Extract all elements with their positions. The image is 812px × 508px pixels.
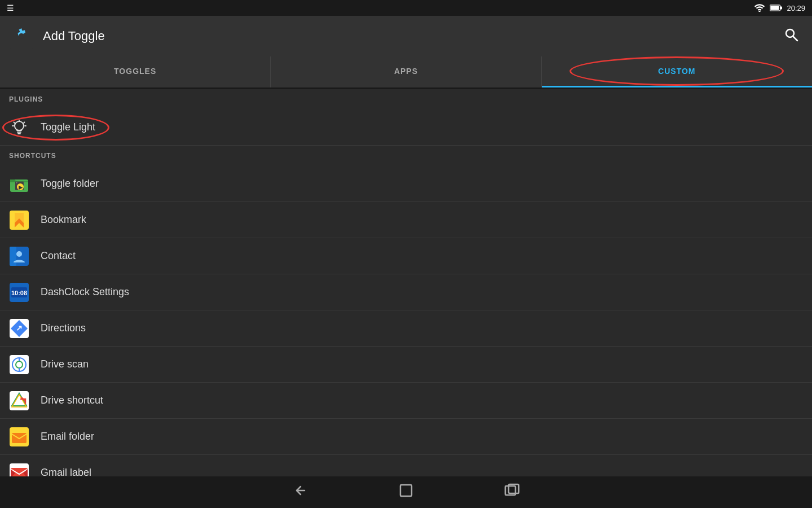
list-item-toggle-folder[interactable]: ⬛ ▶ Toggle folder — [0, 166, 812, 202]
svg-point-6 — [786, 29, 794, 37]
content-area: PLUGINS Toggle Light SHORTCUTS ⬛ — [0, 89, 812, 476]
list-item-directions[interactable]: ↗ Directions — [0, 310, 812, 347]
list-item-email-folder[interactable]: Email folder — [0, 419, 812, 455]
svg-point-18 — [16, 251, 22, 257]
bottom-nav — [0, 476, 812, 508]
section-header-shortcuts: SHORTCUTS — [0, 146, 812, 166]
list-item-dashclock[interactable]: 10:08 DashClock Settings — [0, 274, 812, 310]
svg-rect-17 — [10, 247, 16, 266]
bulb-icon — [9, 117, 29, 138]
list-item-drive-scan[interactable]: Drive scan — [0, 347, 812, 383]
list-item-bookmark[interactable]: Bookmark — [0, 202, 812, 238]
recent-button[interactable] — [504, 483, 520, 502]
gmail-label-label: Gmail label — [41, 467, 91, 476]
svg-text:▶: ▶ — [19, 185, 23, 190]
gear-icon — [9, 24, 34, 49]
drive-scan-label: Drive scan — [41, 358, 89, 370]
status-time: 20:29 — [787, 4, 805, 12]
contact-label: Contact — [41, 250, 76, 262]
list-item-toggle-light[interactable]: Toggle Light — [0, 110, 812, 146]
tab-custom[interactable]: CUSTOM — [542, 56, 812, 87]
bookmark-icon — [9, 210, 29, 230]
list-item-contact[interactable]: Contact — [0, 238, 812, 274]
svg-line-7 — [793, 37, 797, 41]
svg-text:↗: ↗ — [16, 323, 23, 332]
search-button[interactable] — [779, 23, 803, 50]
tab-apps[interactable]: APPS — [271, 56, 541, 87]
tabs: TOGGLES APPS CUSTOM — [0, 56, 812, 89]
list-item-gmail-label[interactable]: Gmail label — [0, 455, 812, 476]
wifi-icon — [754, 4, 765, 12]
app-bar: Add Toggle — [0, 16, 812, 56]
toggle-folder-label: Toggle folder — [41, 178, 99, 190]
tab-toggles[interactable]: TOGGLES — [0, 56, 270, 87]
battery-icon — [770, 4, 782, 12]
status-bar: ☰ 20:29 — [0, 0, 812, 16]
bookmark-label: Bookmark — [41, 214, 86, 226]
app-title: Add Toggle — [43, 29, 105, 43]
back-button[interactable] — [292, 483, 308, 502]
list-item-drive-shortcut[interactable]: Drive shortcut — [0, 383, 812, 419]
svg-rect-3 — [771, 6, 779, 10]
svg-rect-38 — [400, 485, 412, 496]
drive-shortcut-label: Drive shortcut — [41, 395, 103, 406]
contact-icon — [9, 246, 29, 266]
svg-point-5 — [19, 33, 24, 39]
toggle-light-label: Toggle Light — [41, 121, 95, 133]
directions-icon: ↗ — [9, 318, 29, 339]
gmail-label-icon — [9, 463, 29, 477]
section-header-plugins: PLUGINS — [0, 89, 812, 110]
email-folder-icon — [9, 427, 29, 447]
directions-label: Directions — [41, 322, 86, 334]
toggle-folder-icon: ⬛ ▶ — [9, 174, 29, 194]
svg-point-8 — [15, 121, 24, 130]
svg-text:10:08: 10:08 — [11, 290, 27, 296]
dashclock-icon: 10:08 — [9, 282, 29, 303]
email-folder-label: Email folder — [41, 431, 94, 443]
svg-rect-2 — [780, 6, 782, 9]
drive-shortcut-icon — [9, 391, 29, 411]
home-button[interactable] — [398, 483, 414, 502]
dashclock-label: DashClock Settings — [41, 286, 129, 298]
grid-icon: ☰ — [7, 3, 14, 12]
drive-scan-icon — [9, 354, 29, 375]
svg-point-0 — [759, 11, 761, 12]
